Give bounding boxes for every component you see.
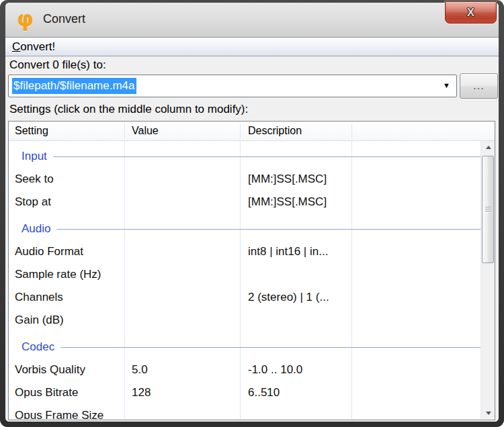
table-row[interactable]: Gain (dB) xyxy=(9,309,480,332)
table-row[interactable]: Sample rate (Hz) xyxy=(9,263,480,286)
column-header-extra[interactable] xyxy=(351,122,495,140)
section-label: Input xyxy=(22,150,47,163)
column-header-value[interactable]: Value xyxy=(124,122,240,140)
window-title: Convert xyxy=(43,12,85,26)
section-label: Audio xyxy=(22,222,50,236)
cell-description: 2 (stereo) | 1 (... xyxy=(240,291,351,304)
cell-setting: Sample rate (Hz) xyxy=(9,268,124,281)
convert-window: φ Convert Convert! Convert 0 file(s) to:… xyxy=(0,0,504,427)
table-row[interactable]: Stop at[MM:]SS[.MSC] xyxy=(9,191,480,214)
header-separator xyxy=(240,124,241,138)
cell-setting: Vorbis Quality xyxy=(9,363,124,377)
vertical-scrollbar[interactable] xyxy=(480,141,495,419)
cell-value[interactable]: 128 xyxy=(124,386,240,399)
cell-setting: Opus Bitrate xyxy=(9,386,124,399)
scroll-up-button[interactable] xyxy=(481,141,495,153)
section-divider xyxy=(53,156,480,157)
table-row[interactable]: Vorbis Quality5.0-1.0 .. 10.0 xyxy=(9,359,480,381)
menu-bar: Convert! xyxy=(5,37,499,56)
scrollbar-thumb[interactable] xyxy=(482,156,494,263)
chevron-down-icon[interactable]: ▼ xyxy=(443,82,450,89)
scroll-up-icon xyxy=(486,146,491,149)
table-row[interactable]: Opus Bitrate1286..510 xyxy=(9,381,480,404)
cell-value[interactable]: 5.0 xyxy=(124,363,240,377)
column-header-description[interactable]: Description xyxy=(240,122,351,140)
settings-table-body: InputSeek to[MM:]SS[.MSC]Stop at[MM:]SS[… xyxy=(9,141,495,419)
window-inner: φ Convert Convert! Convert 0 file(s) to:… xyxy=(5,3,499,422)
section-divider xyxy=(56,229,480,230)
table-row[interactable]: Audio Formatint8 | int16 | in... xyxy=(9,240,480,263)
section-row: Audio xyxy=(9,214,480,240)
table-row[interactable]: Opus Frame Size xyxy=(9,404,480,419)
browse-button[interactable]: ... xyxy=(460,73,498,99)
table-row[interactable]: Channels2 (stereo) | 1 (... xyxy=(9,286,480,309)
cell-description: 6..510 xyxy=(240,386,351,399)
cell-setting: Gain (dB) xyxy=(9,314,124,327)
close-button[interactable]: X xyxy=(445,1,497,23)
window-content: Convert! Convert 0 file(s) to: $filepath… xyxy=(5,37,499,422)
cell-setting: Seek to xyxy=(9,173,124,186)
section-row: Input xyxy=(9,141,480,168)
header-separator xyxy=(124,124,125,138)
settings-label: Settings (click on the middle column to … xyxy=(9,103,248,116)
header-separator xyxy=(351,124,352,138)
table-row[interactable]: Seek to[MM:]SS[.MSC] xyxy=(9,168,480,191)
title-bar[interactable]: φ Convert xyxy=(5,3,499,37)
cell-setting: Opus Frame Size xyxy=(9,409,124,419)
cell-description: int8 | int16 | in... xyxy=(240,245,351,258)
settings-table: Setting Value Description InputSeek to[M… xyxy=(8,121,495,420)
scroll-down-icon xyxy=(486,412,491,415)
cell-setting: Audio Format xyxy=(9,245,124,258)
column-header-setting[interactable]: Setting xyxy=(9,122,124,140)
settings-table-header: Setting Value Description xyxy=(9,122,495,141)
convert-to-label: Convert 0 file(s) to: xyxy=(9,58,106,72)
section-row: Codec xyxy=(9,332,480,359)
cell-setting: Stop at xyxy=(9,195,124,209)
output-path-value[interactable]: $filepath/$filename.m4a xyxy=(12,78,136,94)
settings-rows: InputSeek to[MM:]SS[.MSC]Stop at[MM:]SS[… xyxy=(9,141,480,419)
cell-setting: Channels xyxy=(9,291,124,304)
output-path-combobox[interactable]: $filepath/$filename.m4a ▼ xyxy=(8,75,457,97)
cell-description: -1.0 .. 10.0 xyxy=(240,363,351,377)
scrollbar-grip-icon xyxy=(485,207,491,212)
menu-item-convert[interactable]: Convert! xyxy=(5,38,62,56)
section-label: Codec xyxy=(22,340,54,354)
cell-description: [MM:]SS[.MSC] xyxy=(240,195,351,209)
scroll-down-button[interactable] xyxy=(481,407,495,419)
app-phi-icon: φ xyxy=(17,7,34,31)
close-icon: X xyxy=(467,7,474,18)
cell-description: [MM:]SS[.MSC] xyxy=(240,173,351,186)
section-divider xyxy=(60,347,480,348)
